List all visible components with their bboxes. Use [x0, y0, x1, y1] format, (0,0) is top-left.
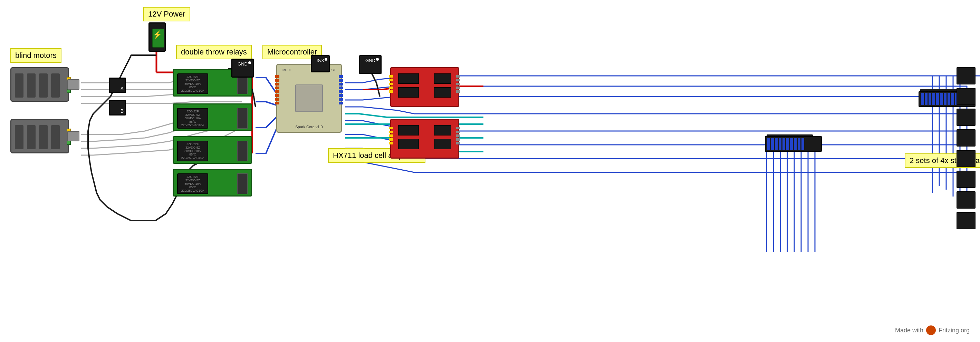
relay-connector-a: A: [109, 78, 126, 93]
strain-gauge-connectors: [956, 67, 977, 240]
fritzing-logo: [926, 325, 936, 335]
relay-board-2: JZC-22F32VDC-5Z30VDC 10A85°C 220/250VAC1…: [173, 103, 252, 131]
power-connector: ⚡: [148, 22, 166, 52]
relay-board-3: JZC-22F32VDC-5Z30VDC 10A85°C 220/250VAC1…: [173, 136, 252, 164]
watermark: Made with Fritzing.org: [895, 325, 970, 335]
relay-connector-b: B: [109, 100, 126, 116]
hx711-amplifier-2: [390, 119, 459, 158]
motor-2: [10, 119, 80, 154]
motor-1: [10, 67, 80, 102]
gnd-connector-2: GND: [359, 55, 382, 74]
vcc-connector: 3v3: [311, 55, 330, 73]
hx711-amplifier-1: [390, 67, 459, 107]
blind-motors-label: blind motors: [10, 48, 62, 63]
double-throw-relays-label: double throw relays: [176, 45, 252, 59]
power-label: 12V Power: [143, 7, 190, 21]
watermark-text: Made with: [895, 327, 923, 334]
mcu-board: Spark Core v1.0 MODE RST: [276, 64, 342, 133]
gnd-connector-1: GND: [231, 59, 254, 78]
wheatstone-connector-1: [765, 136, 822, 152]
relay-board-4: JZC-22F32VDC-5Z30VDC 10A85°C 220/250VAC1…: [173, 169, 252, 196]
fritzing-brand: Fritzing.org: [939, 327, 970, 334]
